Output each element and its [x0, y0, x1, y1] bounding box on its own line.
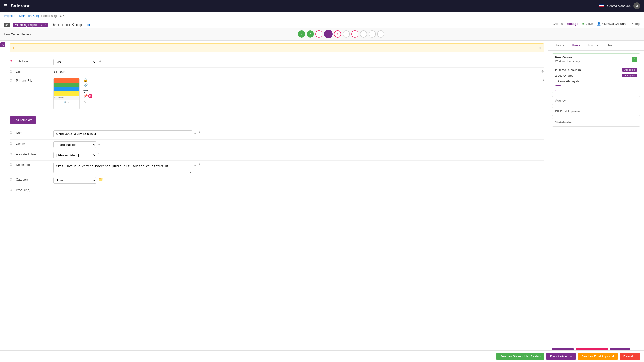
- badge-type: Marketing Project - BAU: [13, 23, 48, 27]
- job-type-control: N/A ⚙: [53, 59, 544, 65]
- job-type-required: [10, 60, 12, 62]
- stage-10[interactable]: [377, 30, 384, 38]
- header-user-label: 👤 z Dhaval Chauhan: [597, 22, 628, 26]
- name-input[interactable]: [53, 130, 192, 137]
- tab-history[interactable]: History: [584, 40, 602, 50]
- item-owner-section: Item Owner Works on this activity ✓ z Dh…: [552, 53, 640, 93]
- primary-file-control: text content 🔍 ↗ 🔒 🔗 💬 📌: [53, 78, 544, 109]
- allocated-user-optional: [10, 153, 12, 155]
- allocated-user-control: [ Please Select ] ℹ: [53, 152, 544, 158]
- item-owner-header: Item Owner Works on this activity ✓: [552, 54, 640, 65]
- pin-icon[interactable]: 📌: [84, 94, 88, 98]
- help-link[interactable]: ? Help: [631, 22, 640, 26]
- stage-bar: Item Owner Review ✓ ✓ ! ! !: [0, 28, 644, 40]
- file-actions: 🔒 🔗 💬 📌 18 ✕: [84, 78, 92, 104]
- app-header: ☰ Salerana z Asma Alshayeb ⚙: [0, 0, 644, 11]
- breadcrumb-projects[interactable]: Projects: [4, 14, 15, 17]
- stage-1[interactable]: ✓: [298, 30, 305, 38]
- edit-link[interactable]: Edit: [85, 23, 90, 27]
- fp-final-approver-title: FP Final Approver: [555, 110, 580, 113]
- description-optional: [10, 163, 12, 166]
- name-refresh-icon[interactable]: ↺: [198, 130, 200, 134]
- description-textarea[interactable]: erat luctus eleifend Maecenas purus nisi…: [53, 163, 192, 173]
- close-file-icon[interactable]: ✕: [84, 100, 92, 104]
- send-final-approval-button[interactable]: Send for Final Approval: [578, 353, 618, 358]
- job-type-select[interactable]: N/A: [53, 59, 96, 65]
- job-type-row: Job Type N/A ⚙: [10, 57, 544, 68]
- file-preview[interactable]: text content 🔍 ↗: [53, 78, 80, 109]
- main-layout: ✎ ℹ ⊞ Job Type N/A ⚙: [0, 40, 644, 358]
- primary-file-optional: [10, 79, 12, 81]
- category-folder-icon[interactable]: 📁: [98, 177, 103, 182]
- code-row: Code A L 0043 ⚙: [10, 68, 544, 76]
- stage-2[interactable]: ✓: [307, 30, 314, 38]
- center-content: ℹ ⊞ Job Type N/A ⚙ Code A: [6, 40, 548, 358]
- comment-icon[interactable]: 💬: [84, 89, 92, 92]
- category-label: Category: [16, 177, 50, 181]
- fp-final-approver-section: FP Final Approver: [552, 107, 640, 116]
- tab-files[interactable]: Files: [602, 40, 616, 50]
- stage-5[interactable]: !: [334, 30, 341, 38]
- primary-file-row: Primary File text content: [10, 76, 544, 111]
- tab-home[interactable]: Home: [552, 40, 568, 50]
- manage-link[interactable]: Manage: [566, 22, 578, 26]
- add-template-button[interactable]: Add Template: [10, 116, 36, 124]
- back-to-agency-button[interactable]: Back to Agency: [546, 353, 576, 358]
- category-select[interactable]: Faux: [53, 177, 96, 184]
- lock-icon[interactable]: 🔒: [84, 78, 92, 82]
- job-type-gear-icon[interactable]: ⚙: [98, 59, 102, 63]
- stage-6[interactable]: [343, 30, 350, 38]
- breadcrumb-demo[interactable]: Demo on Kanji: [19, 14, 39, 17]
- tab-users[interactable]: Users: [568, 40, 584, 50]
- role-user-row: z Jes Ongley Accepted: [555, 73, 637, 78]
- role-user-row: z Dhaval Chauhan Accepted: [555, 67, 637, 73]
- owner-info-icon[interactable]: ℹ: [98, 141, 100, 145]
- header-actions-right: Groups Manage ● Active 👤 z Dhaval Chauha…: [552, 22, 640, 27]
- info-banner: ℹ ⊞: [10, 43, 544, 52]
- stage-3[interactable]: !: [315, 30, 322, 38]
- stage-9[interactable]: [368, 30, 376, 38]
- settings-icon[interactable]: ⚙: [634, 2, 640, 9]
- primary-file-info-icon[interactable]: ℹ: [543, 78, 544, 82]
- allocated-user-row: Allocated User [ Please Select ] ℹ: [10, 150, 544, 161]
- products-optional: [10, 189, 12, 191]
- send-stakeholder-review-button[interactable]: Send for Stakeholder Review: [496, 353, 544, 358]
- name-info-icon[interactable]: ℹ: [194, 130, 196, 134]
- allocated-user-label: Allocated User: [16, 152, 50, 156]
- form-section: Job Type N/A ⚙ Code A L 0043 ⚙: [6, 55, 548, 113]
- item-owner-subtext: Works on this activity: [555, 60, 580, 62]
- stage-4[interactable]: [324, 30, 332, 38]
- description-row: Description erat luctus eleifend Maecena…: [10, 161, 544, 175]
- owner-select[interactable]: Brand Mailbox: [53, 141, 96, 148]
- description-control: erat luctus eleifend Maecenas purus nisi…: [53, 163, 544, 173]
- badge-number: 84: [4, 23, 10, 27]
- stage-label: Item Owner Review: [4, 32, 42, 36]
- menu-icon[interactable]: ☰: [4, 3, 8, 8]
- stage-8[interactable]: [360, 30, 367, 38]
- primary-file-label: Primary File: [16, 78, 50, 82]
- allocated-user-info-icon[interactable]: ℹ: [98, 152, 100, 156]
- description-info-icon[interactable]: ℹ: [194, 163, 196, 166]
- groups-link[interactable]: Groups: [552, 22, 563, 26]
- project-title: Demo on Kanji: [50, 22, 82, 27]
- stakeholder-title: Stakeholder: [555, 120, 572, 124]
- edit-sidebar-icon[interactable]: ✎: [0, 42, 5, 47]
- add-user-button[interactable]: +: [555, 85, 561, 91]
- stage-7[interactable]: !: [351, 30, 358, 38]
- form-section-2: Name ℹ ↺ Owner Brand Mailbox ℹ: [6, 127, 548, 196]
- banner-expand-icon[interactable]: ⊞: [538, 46, 541, 50]
- category-control: Faux 📁: [53, 177, 544, 184]
- name-row: Name ℹ ↺: [10, 128, 544, 139]
- code-value: A L 0043: [53, 69, 66, 74]
- name-control: ℹ ↺: [53, 130, 544, 137]
- left-sidebar: ✎: [0, 40, 6, 358]
- file-preview-img: text content: [54, 78, 80, 100]
- active-indicator: ● Active: [582, 22, 593, 26]
- allocated-user-select[interactable]: [ Please Select ]: [53, 152, 96, 158]
- reassign-button[interactable]: Reassign: [620, 353, 640, 358]
- stakeholder-section: Stakeholder: [552, 118, 640, 127]
- description-refresh-icon[interactable]: ↺: [198, 163, 200, 166]
- category-optional: [10, 178, 12, 181]
- code-gear-icon[interactable]: ⚙: [541, 69, 544, 73]
- link-icon[interactable]: 🔗: [84, 83, 92, 87]
